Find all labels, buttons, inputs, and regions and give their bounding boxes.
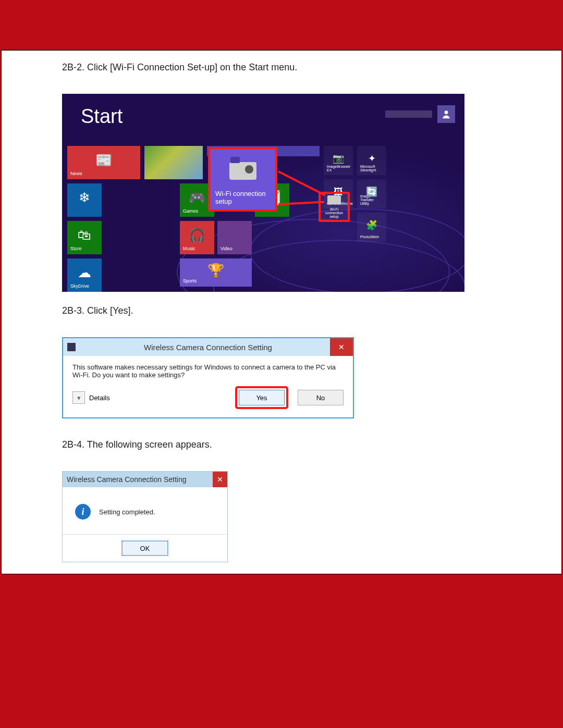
chevron-down-icon: ▾ [72, 391, 85, 404]
dialog-message: Setting completed. [99, 508, 155, 516]
music-icon: 🎧 [189, 227, 205, 243]
close-icon: ✕ [338, 343, 345, 351]
dialog-title: Wireless Camera Connection Setting [144, 343, 272, 352]
tile-silverlight[interactable]: ✦Microsoft Silverlight [357, 146, 386, 175]
app-icon [67, 343, 76, 351]
start-title: Start [81, 105, 123, 128]
dialog-title: Wireless Camera Connection Setting [67, 475, 187, 484]
camera-icon [327, 195, 341, 204]
dialog-message: This software makes necessary settings f… [63, 356, 353, 382]
details-toggle[interactable]: ▾ Details [72, 391, 110, 404]
user-account[interactable] [385, 105, 455, 123]
tile-skydrive[interactable]: ☁SkyDrive [67, 258, 102, 292]
tile-imagebrowser[interactable]: 📷ImageBrowser EX [324, 146, 353, 175]
tile-wifi-setup-highlighted[interactable]: Wi-Fi connection setup [208, 147, 277, 212]
user-name-redacted [385, 110, 432, 118]
close-button[interactable]: ✕ [213, 472, 227, 487]
tile-photos[interactable] [144, 146, 203, 179]
camera-app-icon: 📷 [333, 153, 344, 164]
photostitch-icon: 🧩 [366, 219, 377, 231]
info-icon: i [75, 504, 91, 520]
tile-photostitch[interactable]: 🧩PhotoStitch [357, 213, 386, 242]
cloud-icon: ☁ [78, 264, 91, 280]
no-button[interactable]: No [298, 390, 344, 405]
wifi-tile-label: Wi-Fi connection setup [215, 190, 270, 205]
news-icon: 📰 [95, 152, 112, 168]
tile-video[interactable]: Video [217, 221, 252, 254]
tile-weather[interactable]: ❄ [67, 183, 102, 217]
close-icon: ✕ [217, 475, 223, 484]
ok-button[interactable]: OK [122, 541, 168, 556]
dialog-wireless-connection: Wireless Camera Connection Setting ✕ Thi… [62, 337, 354, 418]
camera-icon [229, 162, 256, 180]
svg-point-0 [445, 110, 448, 114]
close-button[interactable]: ✕ [330, 338, 353, 356]
store-icon: 🛍 [78, 227, 91, 243]
dialog-setting-completed: Wireless Camera Connection Setting ✕ i S… [62, 471, 228, 562]
games-icon: 🎮 [189, 189, 205, 205]
tile-music[interactable]: 🎧Music [180, 221, 214, 254]
yes-button-highlighted: Yes [235, 386, 288, 409]
tile-news[interactable]: 📰 News [67, 146, 140, 179]
weather-icon: ❄ [79, 189, 90, 205]
dialog-titlebar: Wireless Camera Connection Setting ✕ [63, 338, 353, 356]
yes-button[interactable]: Yes [239, 390, 285, 405]
transfer-icon: 🔄 [366, 186, 377, 198]
avatar [437, 105, 455, 123]
silverlight-icon: ✦ [368, 153, 376, 164]
step-2b-2: 2B-2. Click [Wi-Fi Connection Set-up] on… [62, 62, 510, 73]
tile-imagetransfer[interactable]: 🔄Image Transfer Utility [357, 179, 386, 208]
trophy-icon: 🏆 [207, 262, 224, 278]
tile-sports[interactable]: 🏆Sports [180, 258, 252, 287]
step-2b-3: 2B-3. Click [Yes]. [62, 305, 510, 316]
start-screen-screenshot: Start 📰 News ❄ 🛍Store ☁SkyDrive [62, 94, 464, 292]
tile-store[interactable]: 🛍Store [67, 221, 102, 254]
step-2b-4: 2B-4. The following screen appears. [62, 439, 510, 450]
dialog-titlebar: Wireless Camera Connection Setting ✕ [63, 472, 227, 487]
tile-wifi-setup-small-highlighted[interactable]: Wi-Fi connection setup [319, 192, 350, 222]
